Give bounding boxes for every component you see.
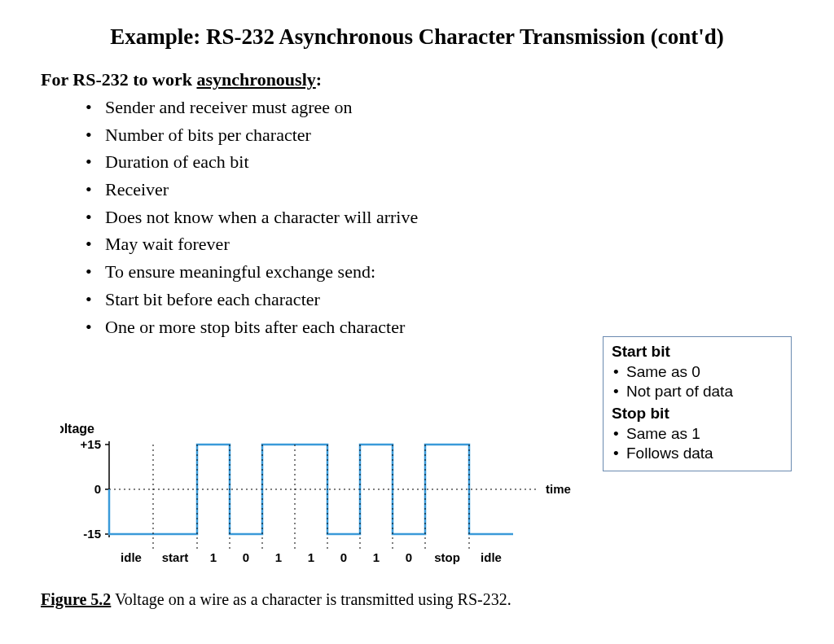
list-item: Same as 1 <box>612 424 783 445</box>
svg-text:0: 0 <box>340 550 347 564</box>
svg-text:0: 0 <box>243 550 249 564</box>
figure-caption: Figure 5.2 Voltage on a wire as a charac… <box>41 590 511 609</box>
bullet-item: Duration of each bit <box>86 150 793 174</box>
bullet-item: Does not know when a character will arri… <box>86 205 793 230</box>
intro-underlined: asynchronously <box>196 69 315 90</box>
side-info-box: Start bit Same as 0 Not part of data Sto… <box>603 336 792 471</box>
intro-suffix: : <box>316 69 322 90</box>
intro-prefix: For RS-232 to work <box>41 69 196 90</box>
svg-text:1: 1 <box>308 550 314 564</box>
svg-text:idle: idle <box>481 550 502 564</box>
svg-text:+15: +15 <box>81 437 101 451</box>
figure-label: Figure 5.2 <box>41 590 111 608</box>
svg-text:1: 1 <box>275 550 282 564</box>
bullet-item: Receiver <box>86 177 793 202</box>
start-bit-list: Same as 0 Not part of data <box>612 362 783 402</box>
voltage-diagram: voltage-150+15timeidlestart1011010stopid… <box>60 415 598 578</box>
svg-text:-15: -15 <box>83 527 101 541</box>
svg-text:start: start <box>162 550 189 564</box>
bullet-item: Start bit before each character <box>86 287 793 312</box>
list-item: Follows data <box>612 444 783 464</box>
svg-text:voltage: voltage <box>60 422 94 436</box>
intro-line: For RS-232 to work asynchronously: <box>41 69 793 90</box>
svg-text:0: 0 <box>406 550 412 564</box>
main-bullets: Sender and receiver must agree on Number… <box>86 95 793 339</box>
bullet-item: To ensure meaningful exchange send: <box>86 260 793 284</box>
svg-text:0: 0 <box>94 482 101 496</box>
svg-text:stop: stop <box>434 550 460 564</box>
stop-bit-list: Same as 1 Follows data <box>612 424 783 464</box>
svg-text:time: time <box>546 482 571 496</box>
list-item: Same as 0 <box>612 362 783 383</box>
svg-text:1: 1 <box>373 550 380 564</box>
stop-bit-header: Stop bit <box>612 404 783 424</box>
bullet-item: May wait forever <box>86 232 793 256</box>
bullet-item: Sender and receiver must agree on <box>86 95 793 120</box>
bullet-item: One or more stop bits after each charact… <box>86 315 793 340</box>
svg-text:1: 1 <box>210 550 217 564</box>
start-bit-header: Start bit <box>612 342 783 362</box>
list-item: Not part of data <box>612 382 783 402</box>
svg-text:idle: idle <box>121 550 142 564</box>
bullet-item: Number of bits per character <box>86 123 793 147</box>
slide-title: Example: RS-232 Asynchronous Character T… <box>41 24 793 50</box>
figure-text: Voltage on a wire as a character is tran… <box>111 590 511 608</box>
